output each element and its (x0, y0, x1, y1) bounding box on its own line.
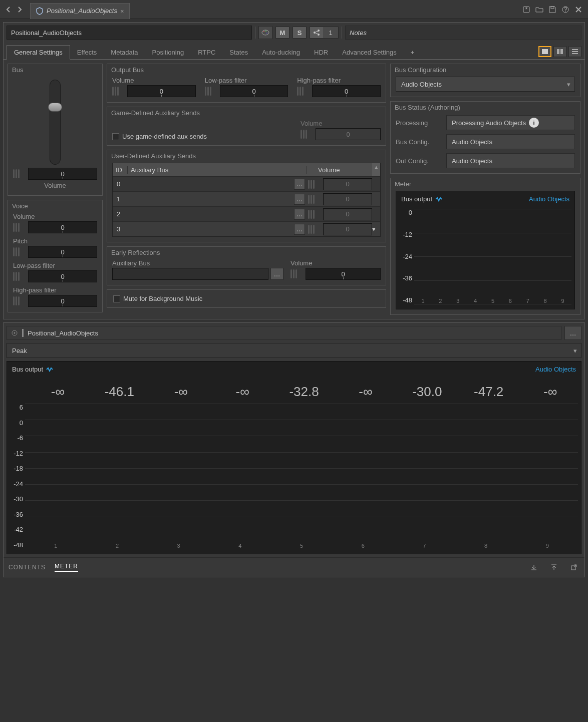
meter-mode-select[interactable]: Peak (7, 343, 581, 358)
meter-group: Meter Bus output Audio Objects 0-12-24-3… (390, 178, 580, 315)
mute-button[interactable]: M (275, 27, 289, 39)
meter-small-left[interactable]: Bus output (401, 195, 432, 203)
gds-volume-field: 0 (316, 128, 381, 140)
meter-small-right[interactable]: Audio Objects (529, 195, 569, 203)
close-icon[interactable]: × (120, 8, 124, 15)
meter-bar: 4 (467, 296, 484, 304)
nav-forward-button[interactable] (14, 4, 25, 15)
tab-auto-ducking[interactable]: Auto-ducking (255, 46, 307, 59)
save-button[interactable] (546, 3, 559, 16)
bottom-browse-button[interactable]: … (564, 326, 581, 340)
outbus-lpf-field[interactable]: 0 (220, 85, 288, 97)
popout-button[interactable] (568, 562, 579, 573)
voice-volume-field[interactable]: 0 (28, 221, 97, 233)
early-vol-field[interactable]: 0 (306, 268, 381, 280)
early-bus-browse-button[interactable]: … (270, 268, 283, 280)
bottom-panel: Positional_AudioObjects … Peak Bus outpu… (3, 322, 585, 577)
aux-row-id: 0 (113, 180, 128, 188)
meter-value: -∞ (212, 384, 273, 400)
tab-states[interactable]: States (222, 46, 255, 59)
document-tab[interactable]: Positional_AudioObjects × (30, 3, 130, 19)
link-icon[interactable] (13, 168, 27, 179)
svg-rect-15 (572, 49, 578, 50)
voice-pitch-field[interactable]: 0 (28, 246, 97, 258)
use-game-defined-checkbox[interactable] (112, 133, 119, 140)
notes-field[interactable]: Notes (345, 26, 581, 40)
voice-lpf-field[interactable]: 0 (28, 270, 97, 282)
bottom-object-name: Positional_AudioObjects (28, 329, 98, 337)
scroll-up-button[interactable]: ▴ (372, 163, 380, 176)
voice-hpf-field[interactable]: 0 (28, 295, 97, 307)
bus-config-group: Bus Configuration Audio Objects (390, 64, 580, 97)
nav-back-button[interactable] (3, 4, 14, 15)
tab-hdr[interactable]: HDR (307, 46, 335, 59)
view-single-button[interactable] (538, 46, 551, 57)
bottom-object-field[interactable]: Positional_AudioObjects (7, 326, 561, 340)
view-list-button[interactable] (568, 46, 581, 57)
tab-positioning[interactable]: Positioning (145, 46, 191, 59)
pin-button[interactable]: * (520, 3, 533, 16)
tab-add[interactable]: + (404, 46, 422, 59)
link-icon (301, 129, 315, 140)
meter-small-panel: Bus output Audio Objects 0-12-24-36-48 1… (396, 191, 575, 309)
link-icon[interactable] (297, 86, 311, 97)
meter-large-left[interactable]: Bus output (12, 366, 43, 373)
link-icon[interactable] (112, 86, 126, 97)
aux-browse-button[interactable]: … (294, 209, 305, 220)
dock-down-button[interactable] (528, 562, 539, 573)
notes-placeholder: Notes (350, 29, 367, 37)
link-icon[interactable] (13, 246, 27, 257)
tab-metadata[interactable]: Metadata (104, 46, 145, 59)
outbus-hpf-field[interactable]: 0 (312, 85, 381, 97)
aux-browse-button[interactable]: … (294, 179, 305, 190)
outbus-volume-field[interactable]: 0 (127, 85, 196, 97)
color-picker-button[interactable] (258, 26, 272, 39)
tabs-row: General Settings Effects Metadata Positi… (4, 45, 584, 60)
game-defined-aux-group: Game-Defined Auxiliary Sends Use game-de… (107, 107, 386, 146)
meter-bar: 1 (25, 541, 87, 549)
link-icon[interactable] (290, 268, 305, 279)
mute-bg-checkbox[interactable] (113, 295, 120, 302)
meter-bar: 5 (271, 541, 333, 549)
title-bar: Positional_AudioObjects × * ? (0, 0, 588, 19)
aux-browse-button[interactable]: … (294, 194, 305, 205)
footer-tab-meter[interactable]: METER (55, 563, 78, 572)
early-bus-field[interactable] (112, 268, 268, 280)
object-icon (36, 7, 44, 15)
open-button[interactable] (533, 3, 546, 16)
close-window-button[interactable] (572, 3, 585, 16)
early-reflections-group: Early Reflections Auxiliary Bus … Volume… (107, 246, 386, 285)
link-icon[interactable] (13, 271, 27, 282)
bus-volume-field[interactable]: 0 (28, 168, 97, 180)
help-button[interactable]: ? (559, 3, 572, 16)
aux-volume-field: 0 (323, 193, 372, 205)
tab-rtpc[interactable]: RTPC (191, 46, 222, 59)
meter-large-panel: Bus output Audio Objects -∞-46.1-∞-∞-32.… (7, 361, 581, 554)
share-button[interactable]: 1 (310, 27, 339, 39)
scroll-down-button[interactable]: ▾ (372, 225, 380, 233)
voice-hpf-label: High-pass filter (13, 286, 97, 294)
link-icon[interactable] (13, 295, 27, 306)
aux-browse-button[interactable]: … (294, 224, 305, 235)
solo-button[interactable]: S (292, 27, 307, 39)
wave-icon (435, 197, 443, 202)
outcfg-label: Out Config. (396, 157, 443, 165)
link-icon[interactable] (13, 222, 27, 233)
view-split-button[interactable] (553, 46, 566, 57)
tab-general-settings[interactable]: General Settings (7, 45, 70, 60)
footer-tab-contents[interactable]: CONTENTS (9, 564, 46, 571)
dock-up-button[interactable] (548, 562, 559, 573)
tab-effects[interactable]: Effects (70, 46, 104, 59)
link-icon[interactable] (205, 86, 219, 97)
target-icon (11, 329, 18, 336)
tab-advanced-settings[interactable]: Advanced Settings (335, 46, 403, 59)
bus-config-select[interactable]: Audio Objects (396, 77, 575, 92)
bottom-footer: CONTENTS METER (4, 557, 584, 577)
svg-rect-13 (557, 49, 559, 54)
info-icon[interactable]: i (529, 118, 539, 128)
meter-large-right[interactable]: Audio Objects (535, 366, 576, 373)
object-name-field[interactable]: Positional_AudioObjects (7, 26, 252, 40)
meter-value: -∞ (335, 384, 396, 400)
col-id: ID (113, 166, 128, 174)
bus-volume-slider[interactable] (50, 80, 61, 165)
